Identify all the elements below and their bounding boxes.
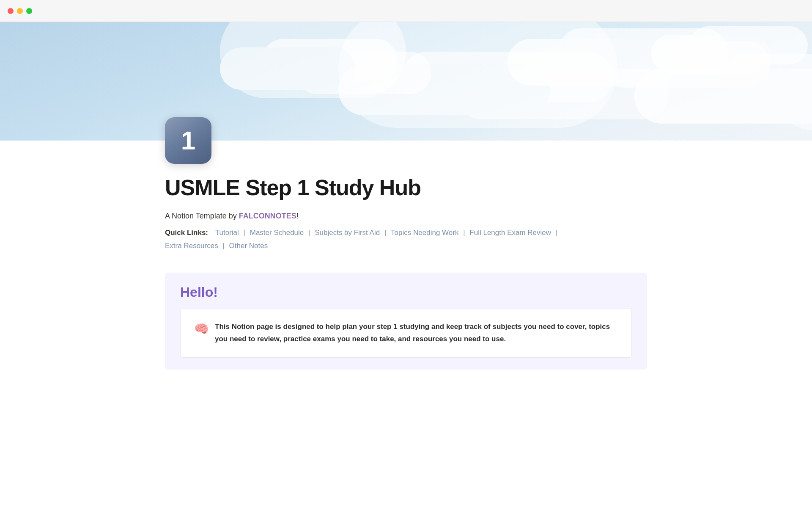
- quick-link-topics-needing-work[interactable]: Topics Needing Work: [391, 229, 458, 237]
- page-content: 1 USMLE Step 1 Study Hub A Notion Templa…: [131, 117, 681, 370]
- byline-brand-link[interactable]: FALCONNOTES: [239, 212, 296, 220]
- quick-links: Quick Links: Tutorial | Master Schedule …: [165, 226, 647, 252]
- page-title: USMLE Step 1 Study Hub: [165, 176, 647, 200]
- quick-link-full-length-exam-review[interactable]: Full Length Exam Review: [469, 229, 551, 237]
- page-icon: 1: [165, 117, 211, 164]
- quick-link-extra-resources[interactable]: Extra Resources: [165, 242, 218, 250]
- maximize-button[interactable]: [26, 8, 32, 14]
- sep-6: |: [222, 242, 224, 250]
- titlebar: [0, 0, 812, 22]
- hello-section: Hello! 🧠 This Notion page is designed to…: [165, 273, 647, 370]
- close-button[interactable]: [8, 8, 14, 14]
- info-box-text: This Notion page is designed to help pla…: [215, 321, 618, 345]
- info-box-content: 🧠 This Notion page is designed to help p…: [194, 321, 618, 345]
- quick-links-label: Quick Links:: [165, 229, 208, 237]
- byline-suffix: !: [296, 212, 299, 220]
- sep-2: |: [308, 229, 310, 237]
- brain-icon: 🧠: [194, 322, 209, 336]
- quick-link-master-schedule[interactable]: Master Schedule: [250, 229, 304, 237]
- quick-link-tutorial[interactable]: Tutorial: [215, 229, 239, 237]
- quick-link-subjects-by-first-aid[interactable]: Subjects by First Aid: [315, 229, 380, 237]
- cloud-decoration-5: [651, 35, 770, 73]
- page-icon-text: 1: [181, 127, 195, 154]
- minimize-button[interactable]: [17, 8, 23, 14]
- sep-3: |: [384, 229, 386, 237]
- sep-4: |: [463, 229, 465, 237]
- hello-title: Hello!: [180, 284, 632, 300]
- cloud-decoration-4: [634, 69, 812, 124]
- quick-link-other-notes[interactable]: Other Notes: [229, 242, 268, 250]
- page-wrapper: 1 USMLE Step 1 Study Hub A Notion Templa…: [0, 117, 812, 498]
- hero-banner: [0, 22, 812, 141]
- sep-1: |: [244, 229, 245, 237]
- byline-prefix: A Notion Template by: [165, 212, 239, 220]
- byline: A Notion Template by FALCONNOTES!: [165, 212, 647, 221]
- info-box: 🧠 This Notion page is designed to help p…: [180, 309, 632, 358]
- sep-5: |: [556, 229, 557, 237]
- cloud-decoration-1: [220, 47, 355, 90]
